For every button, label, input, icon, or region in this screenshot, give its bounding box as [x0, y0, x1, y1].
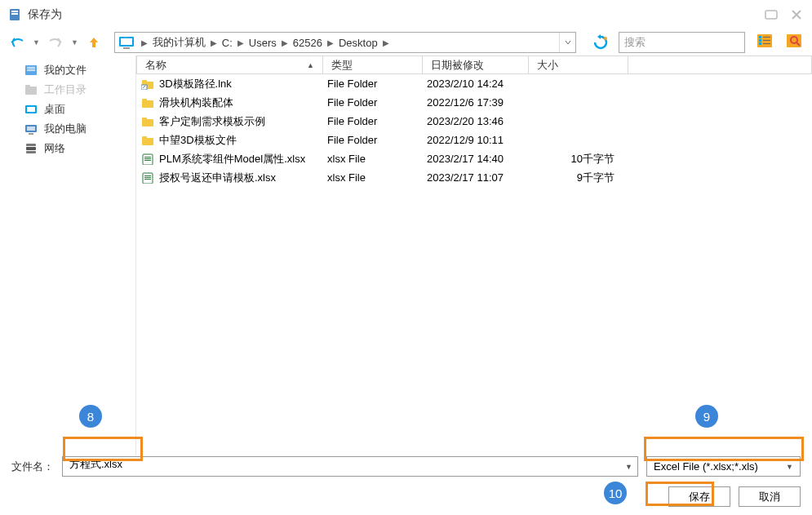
file-type-cell: xlsx File: [322, 153, 422, 165]
breadcrumb-sep: ▶: [324, 38, 337, 47]
sidebar-icon: [24, 143, 38, 154]
forward-button: [47, 33, 64, 51]
svg-rect-26: [27, 127, 35, 131]
file-name-cell: 中望3D模板文件: [136, 133, 322, 148]
breadcrumb-item[interactable]: C:: [220, 37, 234, 49]
svg-rect-9: [759, 36, 761, 38]
list-view-button[interactable]: [757, 33, 774, 51]
sidebar-item[interactable]: 网络: [0, 139, 135, 158]
forward-dropdown[interactable]: ▼: [71, 38, 78, 47]
sidebar-item-label: 我的电脑: [44, 122, 87, 136]
svg-rect-5: [121, 38, 132, 45]
filetype-select[interactable]: Excel File (*.xlsx;*.xls) ▼: [646, 456, 801, 477]
svg-rect-47: [144, 179, 151, 180]
up-button[interactable]: [85, 33, 103, 51]
file-type-cell: File Folder: [322, 78, 422, 90]
sidebar-icon: [24, 64, 38, 76]
svg-rect-41: [144, 157, 151, 158]
file-row[interactable]: 中望3D模板文件File Folder2022/12/9 10:11: [136, 131, 812, 149]
breadcrumb-dropdown[interactable]: [559, 33, 575, 52]
window-title: 保存为: [28, 7, 755, 22]
file-size-cell: 10千字节: [528, 152, 628, 166]
svg-rect-30: [26, 151, 36, 153]
svg-rect-32: [142, 80, 147, 82]
file-date-cell: 2023/2/20 13:46: [422, 115, 528, 127]
file-icon: [141, 78, 154, 90]
back-button[interactable]: [8, 33, 26, 51]
breadcrumb-sep: ▶: [234, 38, 247, 47]
svg-rect-27: [29, 133, 33, 135]
filename-input[interactable]: 方程式.xlsx ▼: [62, 456, 638, 477]
file-row[interactable]: PLM系统零组件Model属性.xlsxxlsx File2023/2/17 1…: [136, 149, 812, 168]
search-input[interactable]: 搜索: [619, 32, 745, 53]
file-name-cell: 3D模板路径.lnk: [136, 77, 322, 91]
svg-rect-29: [26, 144, 36, 146]
file-type-cell: xlsx File: [322, 171, 422, 184]
sidebar-item-label: 桌面: [44, 102, 65, 117]
file-icon: [141, 97, 154, 109]
bottom-panel: 文件名： 方程式.xlsx ▼ Excel File (*.xlsx;*.xls…: [0, 448, 812, 515]
sidebar-icon: [24, 84, 38, 95]
file-list-area: 名称▲ 类型 日期被修改 大小 3D模板路径.lnkFile Folder202…: [136, 55, 812, 455]
svg-rect-3: [765, 11, 777, 19]
file-type-cell: File Folder: [322, 96, 422, 109]
breadcrumb-item[interactable]: 我的计算机: [151, 35, 207, 50]
button-row: 保存 取消: [11, 486, 801, 507]
sidebar: 我的文件工作目录桌面我的电脑网络: [0, 55, 136, 455]
column-date[interactable]: 日期被修改: [423, 56, 529, 73]
column-name[interactable]: 名称▲: [137, 56, 323, 73]
column-type[interactable]: 类型: [323, 56, 423, 73]
sidebar-item: 工作目录: [0, 80, 135, 100]
sidebar-icon: [24, 104, 38, 115]
file-name-cell: 客户定制需求模板示例: [136, 114, 322, 129]
column-size[interactable]: 大小: [529, 56, 628, 73]
save-button[interactable]: 保存: [668, 486, 730, 507]
svg-rect-35: [142, 99, 147, 101]
svg-rect-19: [27, 69, 35, 69]
computer-icon: [118, 35, 135, 50]
titlebar: 保存为: [0, 0, 812, 29]
file-row[interactable]: 3D模板路径.lnkFile Folder2023/2/10 14:24: [136, 74, 812, 93]
svg-rect-11: [759, 42, 761, 45]
file-icon: [141, 172, 154, 184]
sidebar-item-label: 我的文件: [44, 63, 87, 78]
svg-rect-18: [27, 67, 35, 68]
file-row[interactable]: 授权号返还申请模板.xlsxxlsx File2023/2/17 11:079千…: [136, 168, 812, 187]
svg-rect-40: [143, 154, 153, 165]
breadcrumb[interactable]: ▶ 我的计算机 ▶ C: ▶ Users ▶ 62526 ▶ Desktop ▶: [114, 32, 576, 53]
svg-rect-38: [142, 138, 153, 145]
svg-rect-1: [11, 11, 18, 12]
breadcrumb-item[interactable]: Desktop: [337, 37, 379, 49]
breadcrumb-sep: ▶: [207, 38, 220, 47]
file-icon: [141, 135, 154, 146]
file-row[interactable]: 滑块机构装配体File Folder2022/12/6 17:39: [136, 93, 812, 112]
file-name-cell: 授权号返还申请模板.xlsx: [136, 171, 322, 185]
back-dropdown[interactable]: ▼: [33, 38, 40, 47]
svg-rect-6: [123, 47, 130, 49]
cancel-button[interactable]: 取消: [739, 486, 801, 507]
file-type-cell: File Folder: [322, 134, 422, 146]
svg-rect-13: [763, 40, 770, 41]
svg-rect-24: [27, 107, 35, 112]
file-row[interactable]: 客户定制需求模板示例File Folder2023/2/20 13:46: [136, 112, 812, 131]
sidebar-item[interactable]: 我的电脑: [0, 119, 135, 139]
breadcrumb-item[interactable]: 62526: [291, 37, 324, 49]
close-icon[interactable]: [789, 9, 804, 20]
main-area: 我的文件工作目录桌面我的电脑网络 名称▲ 类型 日期被修改 大小 3D模板路径.…: [0, 55, 812, 455]
svg-rect-43: [144, 160, 151, 161]
toolbar: ▼ ▼ ▶ 我的计算机 ▶ C: ▶ Users ▶ 62526 ▶ Deskt…: [0, 29, 812, 55]
file-date-cell: 2022/12/6 17:39: [422, 96, 528, 109]
sidebar-item[interactable]: 桌面: [0, 100, 135, 119]
sidebar-item[interactable]: 我的文件: [0, 60, 135, 80]
file-name-cell: PLM系统零组件Model属性.xlsx: [136, 152, 322, 166]
file-date-cell: 2022/12/9 10:11: [422, 134, 528, 146]
svg-rect-2: [11, 13, 18, 15]
refresh-button[interactable]: [589, 31, 612, 54]
svg-rect-46: [144, 177, 151, 178]
breadcrumb-item[interactable]: Users: [247, 37, 278, 49]
preview-button[interactable]: [786, 33, 804, 51]
breadcrumb-sep: ▶: [379, 38, 393, 47]
help-icon[interactable]: [765, 9, 779, 20]
file-date-cell: 2023/2/17 14:40: [422, 153, 528, 165]
file-date-cell: 2023/2/10 14:24: [422, 78, 528, 90]
